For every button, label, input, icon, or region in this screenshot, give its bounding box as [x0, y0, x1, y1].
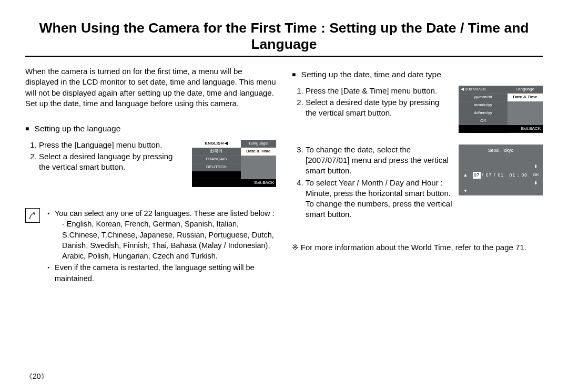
- lcd-datetype-screen: ◀ 2007/07/01 yy/mm/dd mm/dd/yy dd/mm/yy …: [459, 86, 543, 133]
- menu-datetime: Date & Time: [508, 94, 543, 101]
- content-columns: When the camera is turned on for the fir…: [25, 66, 543, 285]
- page-title: When Using the Camera for the First Time…: [25, 20, 543, 57]
- lang-opt-fr: FRANÇAIS: [192, 156, 241, 163]
- exit-label: Exit:BACK: [241, 179, 276, 187]
- left-arrow-icon: ◀: [461, 87, 464, 91]
- ok-button: OK: [530, 172, 542, 178]
- note-bullet-2: Even if the camera is restarted, the lan…: [47, 262, 276, 284]
- lcd-language-screen: ENGLISH◀ 한국어 FRANÇAIS DEUTSCH Language D…: [192, 140, 276, 187]
- scroll-up-icon: ⬆: [534, 164, 538, 170]
- dt-step-2: Select a desired date type by pressing t…: [306, 97, 452, 119]
- menu-blank: [508, 101, 543, 125]
- menu-datetime: Date & Time: [241, 148, 276, 156]
- dt-opt-yymmdd: yy/mm/dd: [459, 94, 508, 101]
- timezone-label: Seoul, Tokyo: [459, 145, 543, 163]
- menu-blank: [241, 156, 276, 179]
- menu-language: Language: [241, 140, 276, 148]
- subhead-language: ■ Setting up the language: [25, 123, 276, 135]
- exit-label: Exit:BACK: [508, 125, 543, 133]
- lang-opt-english: ENGLISH◀: [192, 140, 241, 148]
- lang-opt-korean: 한국어: [192, 148, 241, 156]
- subhead-datetime-text: Setting up the date, time and date type: [301, 70, 441, 79]
- language-list: - English, Korean, French, German, Spani…: [55, 219, 276, 261]
- note-icon: [25, 208, 40, 223]
- datetime-instructions-1: Press the [Date & Time] menu button. Sel…: [292, 86, 543, 133]
- note-block: You can select any one of 22 languages. …: [25, 208, 276, 285]
- language-instructions: Press the [Language] menu button. Select…: [25, 140, 276, 187]
- page-number: 《20》: [25, 372, 48, 381]
- lang-opt-de: DEUTSCH: [192, 163, 241, 171]
- wrench-icon: [192, 179, 199, 187]
- wrench-icon: [459, 125, 466, 132]
- dt-opt-off: Off: [459, 117, 508, 125]
- dt-opt-date: ◀ 2007/07/01: [459, 86, 508, 94]
- left-column: When the camera is turned on for the fir…: [25, 66, 276, 285]
- subhead-language-text: Setting up the language: [35, 124, 121, 133]
- reference-mark-icon: ※: [292, 243, 301, 252]
- datetime-instructions-2: To change the date, select the [2007/07/…: [292, 145, 543, 221]
- lang-step-1: Press the [Language] menu button.: [39, 140, 186, 150]
- up-arrow-icon: ▲: [460, 172, 471, 178]
- dt-step-3: To change the date, select the [2007/07/…: [306, 145, 452, 177]
- square-bullet-icon: ■: [292, 71, 296, 78]
- lcd-date-set-screen: Seoul, Tokyo ▲ 07 / 07 / 01 01 : 00 ⬆ OK…: [459, 145, 543, 195]
- scroll-down-icon: ⬇: [534, 180, 538, 186]
- right-column: ■ Setting up the date, time and date typ…: [292, 66, 543, 285]
- note-bullet-1: You can select any one of 22 languages. …: [47, 208, 276, 261]
- square-bullet-icon: ■: [25, 125, 29, 132]
- intro-text: When the camera is turned on for the fir…: [25, 66, 276, 109]
- dt-step-1: Press the [Date & Time] menu button.: [306, 86, 452, 96]
- left-arrow-icon: ◀: [225, 141, 228, 146]
- date-segments: 07 / 07 / 01 01 : 00: [471, 172, 530, 179]
- menu-language: Language: [508, 86, 543, 94]
- lang-opt-blank: [192, 171, 241, 179]
- lang-step-2: Select a desired language by pressing th…: [39, 151, 186, 173]
- subhead-datetime: ■ Setting up the date, time and date typ…: [292, 69, 543, 80]
- dt-opt-ddmmyy: dd/mm/yy: [459, 109, 508, 117]
- dt-step-4: To select Year / Month / Day and Hour : …: [306, 178, 452, 220]
- footnote: ※ For more information about the World T…: [292, 242, 543, 253]
- down-arrow-icon: ▼: [460, 188, 471, 194]
- dt-opt-mmddyy: mm/dd/yy: [459, 101, 508, 109]
